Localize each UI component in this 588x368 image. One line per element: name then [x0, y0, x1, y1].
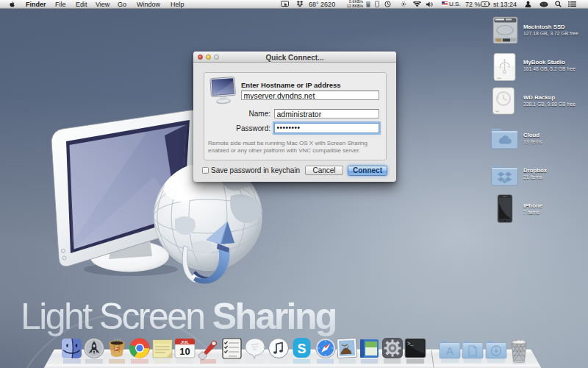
- svg-text:É: É: [115, 345, 119, 351]
- svg-text:10: 10: [179, 346, 190, 357]
- svg-text:S: S: [297, 342, 306, 356]
- svg-text:A: A: [446, 344, 453, 357]
- svg-text:JUL: JUL: [181, 340, 190, 344]
- svg-text:>_: >_: [407, 341, 414, 347]
